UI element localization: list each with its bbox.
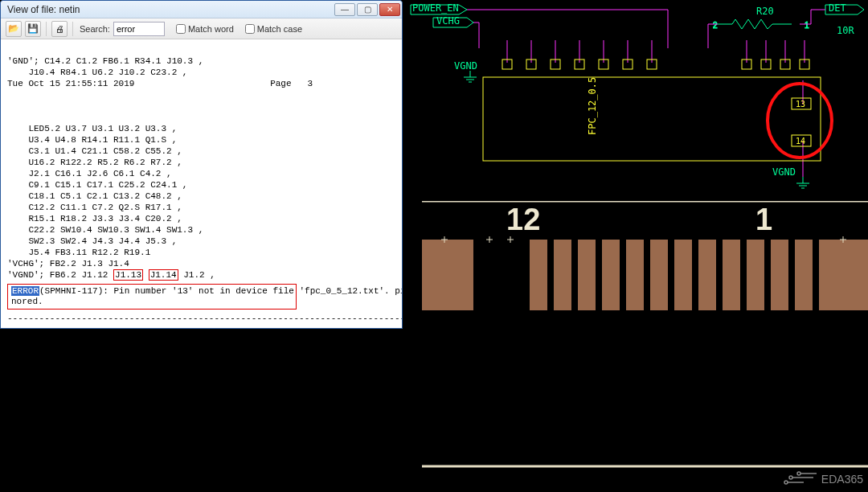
svg-rect-57: [819, 240, 868, 310]
titlebar[interactable]: View of file: netin — ▢ ✕: [1, 1, 402, 18]
net-vgnd-left: VGND: [454, 60, 477, 72]
footprint: [422, 201, 868, 362]
file-viewer-window[interactable]: View of file: netin — ▢ ✕ 📂 💾 🖨 Search: …: [0, 0, 403, 329]
boxed-pin-13: J1.13: [113, 269, 143, 281]
gnd-right: [796, 177, 809, 188]
svg-rect-54: [747, 240, 764, 310]
search-input[interactable]: [113, 22, 165, 36]
connector-pins-top: [502, 59, 809, 69]
pin-13-label: 13: [796, 100, 805, 109]
open-icon[interactable]: 📂: [6, 21, 22, 37]
net-det: DET: [829, 2, 846, 14]
boxed-pin-14: J1.14: [149, 269, 178, 281]
part-name: FPC_12_0.5: [587, 77, 598, 135]
svg-rect-56: [795, 240, 813, 310]
svg-rect-48: [602, 240, 620, 310]
net-vgnd-right: VGND: [772, 166, 796, 178]
matchcase-checkbox[interactable]: Match case: [245, 24, 302, 34]
refdes-r20: R20: [756, 6, 774, 17]
svg-point-67: [784, 481, 788, 484]
error-highlight: ERROR: [11, 286, 39, 296]
svg-rect-52: [698, 240, 716, 310]
svg-point-71: [797, 472, 800, 475]
gnd-left: [464, 71, 477, 82]
resistor-r20: 2 1: [713, 19, 809, 30]
svg-rect-50: [650, 240, 668, 310]
val-r20: 10R: [837, 25, 854, 36]
svg-point-69: [789, 476, 792, 479]
watermark: EDA365: [781, 471, 863, 487]
file-content[interactable]: 'GND'; C14.2 C1.2 FB6.1 R34.1 J10.3 , J1…: [1, 39, 402, 326]
svg-rect-51: [674, 240, 692, 310]
print-icon[interactable]: 🖨: [51, 21, 68, 37]
pin-14-label: 14: [796, 137, 805, 146]
close-button[interactable]: ✕: [379, 3, 400, 16]
connector-body: [483, 77, 821, 161]
matchword-checkbox[interactable]: Match word: [176, 24, 234, 34]
error-box-1: ERROR(SPMHNI-117): Pin number '13' not i…: [7, 284, 297, 310]
svg-rect-49: [626, 240, 644, 310]
save-icon[interactable]: 💾: [25, 21, 41, 37]
net-power-en: POWER_EN: [412, 2, 459, 14]
minimize-button[interactable]: —: [334, 3, 355, 16]
window-title: View of file: netin: [7, 4, 334, 15]
wires: [467, 10, 825, 177]
maximize-button[interactable]: ▢: [357, 3, 378, 16]
svg-text:1: 1: [805, 21, 809, 30]
svg-rect-47: [578, 240, 596, 310]
svg-rect-55: [771, 240, 788, 310]
svg-rect-44: [422, 240, 473, 310]
search-label: Search:: [80, 24, 110, 34]
toolbar: 📂 💾 🖨 Search: Match word Match case: [1, 18, 402, 39]
svg-rect-46: [554, 240, 571, 310]
net-vchg: VCHG: [436, 15, 460, 27]
svg-rect-45: [530, 240, 547, 310]
svg-rect-53: [723, 240, 740, 310]
svg-text:2: 2: [713, 21, 718, 30]
